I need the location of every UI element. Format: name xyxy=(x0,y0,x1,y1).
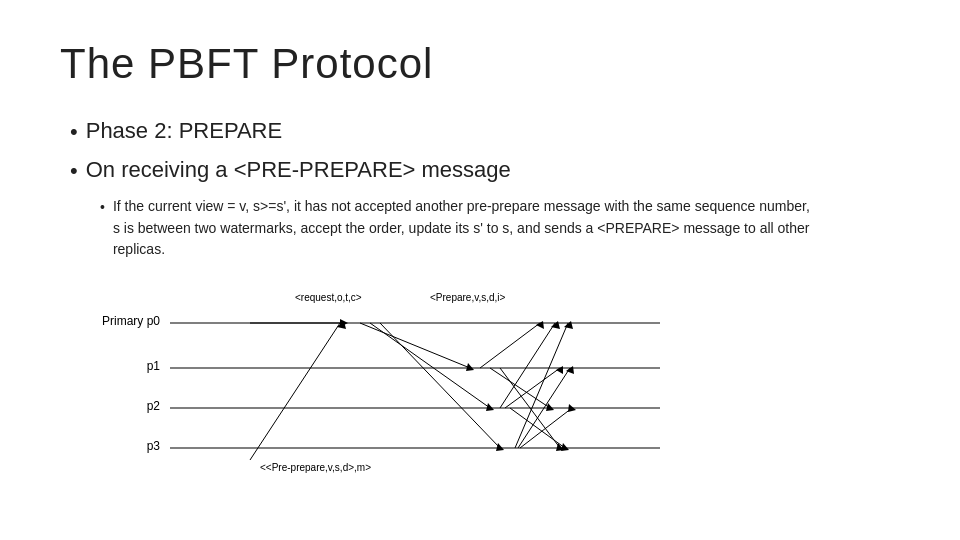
bullet-onreceiving: On receiving a <PRE-PREPARE> message xyxy=(70,157,900,184)
prepare-label: <Prepare,v,s,d,i> xyxy=(430,292,506,303)
arrow-p0-p1 xyxy=(360,323,470,368)
content-area: Phase 2: PREPARE On receiving a <PRE-PRE… xyxy=(60,118,900,475)
bullet-if-current-text: If the current view = v, s>=s', it has n… xyxy=(113,196,813,261)
arrowhead-p3-p0 xyxy=(564,321,573,329)
arrowhead-p0-p2 xyxy=(486,403,494,411)
arrow-p1-p0 xyxy=(480,323,540,368)
bullet-phase2: Phase 2: PREPARE xyxy=(70,118,900,145)
request-label: <request,o,t,c> xyxy=(295,292,362,303)
slide: The PBFT Protocol Phase 2: PREPARE On re… xyxy=(0,0,960,540)
diagram-svg: Primary p0 p1 p2 p3 <request,o,t,c> xyxy=(100,275,680,475)
label-p2: p2 xyxy=(147,399,161,413)
arrow-p0-p3 xyxy=(380,323,500,448)
pre-prepare-arrow xyxy=(250,323,340,460)
arrow-p3-p0 xyxy=(515,323,568,448)
arrowhead-p1-p0 xyxy=(536,321,544,329)
arrow-p3-p2 xyxy=(520,408,572,448)
diagram-area: Primary p0 p1 p2 p3 <request,o,t,c> xyxy=(100,275,900,475)
bullet-if-current: If the current view = v, s>=s', it has n… xyxy=(100,196,900,261)
arrow-p2-p0 xyxy=(500,323,555,408)
arrowhead-p1-p2 xyxy=(546,403,554,411)
arrow-p2-p3 xyxy=(510,408,565,448)
bullet-phase2-text: Phase 2: PREPARE xyxy=(86,118,282,144)
label-p1: p1 xyxy=(147,359,161,373)
label-p3: p3 xyxy=(147,439,161,453)
arrowhead-p0-p1 xyxy=(466,363,474,371)
bullet-onreceiving-text: On receiving a <PRE-PREPARE> message xyxy=(86,157,511,183)
arrowhead-p0-p3 xyxy=(496,443,504,451)
pre-prepare-label: <<Pre-prepare,v,s,d>,m> xyxy=(260,462,371,473)
label-primary: Primary p0 xyxy=(102,314,160,328)
arrowhead-p2-p1 xyxy=(556,366,563,374)
arrow-p0-p2 xyxy=(370,323,490,408)
arrow-p1-p2 xyxy=(490,368,550,408)
slide-title: The PBFT Protocol xyxy=(60,40,900,88)
pbft-diagram: Primary p0 p1 p2 p3 <request,o,t,c> xyxy=(100,275,680,475)
arrowhead-p2-p3 xyxy=(561,443,569,451)
